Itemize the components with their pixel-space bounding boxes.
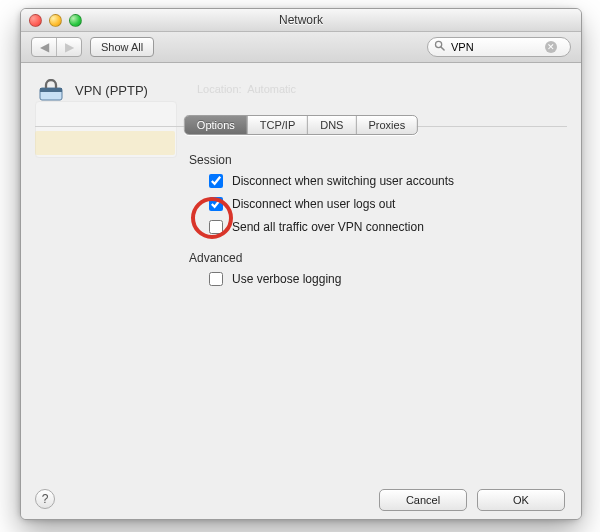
minimize-icon[interactable] <box>49 14 62 27</box>
search-field[interactable]: ✕ <box>427 37 571 57</box>
titlebar: Network <box>21 9 581 32</box>
help-button[interactable]: ? <box>35 489 55 509</box>
zoom-icon[interactable] <box>69 14 82 27</box>
tab-options[interactable]: Options <box>185 116 248 134</box>
checkbox-label: Disconnect when user logs out <box>232 197 395 211</box>
tab-tcpip[interactable]: TCP/IP <box>248 116 308 134</box>
checkbox-send-all-traffic[interactable]: Send all traffic over VPN connection <box>205 217 454 237</box>
toolbar: ◀ ▶ Show All ✕ <box>21 32 581 63</box>
close-icon[interactable] <box>29 14 42 27</box>
checkbox-label: Use verbose logging <box>232 272 341 286</box>
checkbox-disconnect-logout[interactable]: Disconnect when user logs out <box>205 194 454 214</box>
checkbox-label: Send all traffic over VPN connection <box>232 220 424 234</box>
advanced-heading: Advanced <box>189 251 454 265</box>
checkbox-input[interactable] <box>209 272 223 286</box>
clear-search-icon[interactable]: ✕ <box>545 41 557 53</box>
tab-bar: Options TCP/IP DNS Proxies <box>184 115 418 135</box>
session-heading: Session <box>189 153 454 167</box>
preferences-window: Network ◀ ▶ Show All ✕ Locatio <box>20 8 582 520</box>
chevron-right-icon: ▶ <box>65 40 74 54</box>
svg-line-1 <box>441 47 444 50</box>
options-panel: Session Disconnect when switching user a… <box>189 149 454 292</box>
show-all-button[interactable]: Show All <box>90 37 154 57</box>
sheet-body: Location: Automatic VPN (PPTP) Options T… <box>21 63 581 520</box>
search-input[interactable] <box>449 40 545 54</box>
search-icon <box>434 40 445 54</box>
checkbox-label: Disconnect when switching user accounts <box>232 174 454 188</box>
window-controls <box>29 14 82 27</box>
chevron-left-icon: ◀ <box>40 40 49 54</box>
back-button[interactable]: ◀ <box>32 38 57 56</box>
footer-buttons: Cancel OK <box>379 489 565 511</box>
checkbox-verbose-logging[interactable]: Use verbose logging <box>205 269 454 289</box>
forward-button[interactable]: ▶ <box>57 38 81 56</box>
cancel-button[interactable]: Cancel <box>379 489 467 511</box>
tab-dns[interactable]: DNS <box>308 116 356 134</box>
panel-header: VPN (PPTP) <box>37 79 148 101</box>
svg-rect-3 <box>40 88 62 92</box>
checkbox-disconnect-switch-users[interactable]: Disconnect when switching user accounts <box>205 171 454 191</box>
background-ghost-row <box>35 131 175 155</box>
background-text: Location: Automatic <box>197 83 296 95</box>
checkbox-input[interactable] <box>209 197 223 211</box>
checkbox-input[interactable] <box>209 174 223 188</box>
lock-icon <box>37 79 65 101</box>
nav-segmented: ◀ ▶ <box>31 37 82 57</box>
tab-proxies[interactable]: Proxies <box>356 116 417 134</box>
ok-button[interactable]: OK <box>477 489 565 511</box>
connection-name: VPN (PPTP) <box>75 83 148 98</box>
checkbox-input[interactable] <box>209 220 223 234</box>
window-title: Network <box>21 13 581 27</box>
